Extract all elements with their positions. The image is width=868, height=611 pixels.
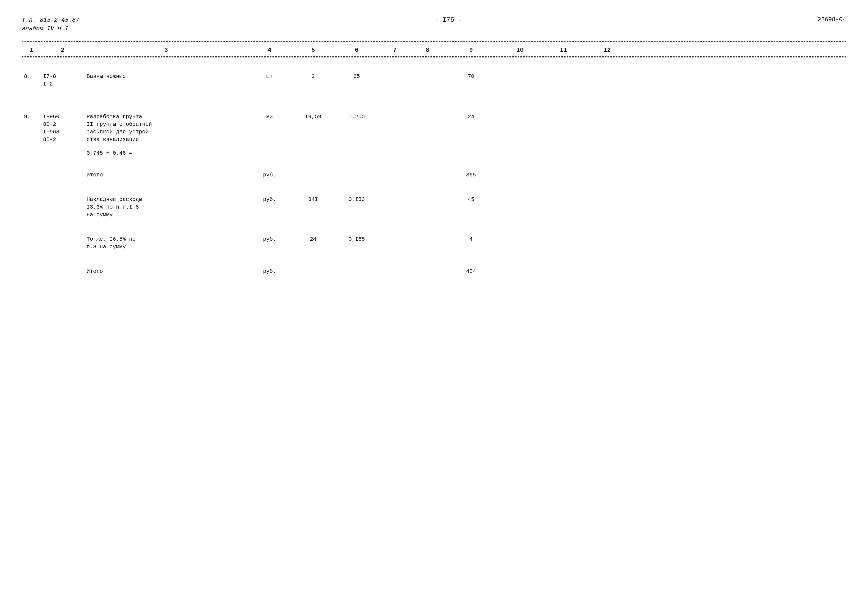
col-header-10: IO [498, 47, 542, 54]
tozhe-unit: руб. [248, 234, 291, 253]
row-code: I-960 80-2 I-968 8I-2 [41, 112, 84, 145]
table-row: 9. I-960 80-2 I-968 8I-2 Разработка грун… [22, 106, 846, 145]
row-col11 [542, 112, 585, 145]
column-headers: I 2 3 4 5 6 7 8 9 IO II I2 [22, 42, 846, 57]
itogo-label-2: Итого [84, 266, 248, 277]
row-col7 [378, 112, 411, 145]
tozhe-total: 4 [444, 234, 498, 253]
formula-text: 0,745 + 0,46 = [84, 148, 248, 159]
itogo-row-1: Итого руб. 365 [22, 167, 846, 191]
formula-row: 0,745 + 0,46 = [22, 145, 846, 167]
col-header-7: 7 [378, 47, 411, 54]
itogo-unit-1: руб. [248, 170, 291, 180]
nakladnie-desc: Накладные расходы I3,3% по п.п.I-8 на су… [84, 194, 248, 220]
itogo-total-1: 365 [444, 170, 498, 180]
row-total: 24 [444, 112, 498, 145]
nakladnie-price: 0,I33 [335, 194, 378, 220]
col-header-9: 9 [444, 47, 498, 54]
page-header: т.п. 813-2-45.87 альбом IV ч.I - I75 - 2… [22, 16, 846, 33]
row-col8 [411, 112, 444, 145]
header-center: - I75 - [434, 16, 462, 24]
row-num: 9. [22, 112, 41, 145]
itogo-unit-2: руб. [248, 266, 291, 277]
row-col10 [498, 71, 542, 90]
nakladnie-unit: руб. [248, 194, 291, 220]
col-header-8: 8 [411, 47, 444, 54]
row-unit: м3 [248, 112, 291, 145]
row-col10 [498, 112, 542, 145]
header-tp: т.п. 813-2-45.87 [22, 16, 79, 25]
itogo-label-1: Итого [84, 170, 248, 180]
col-header-1: I [22, 47, 41, 54]
tozhe-desc: То же, I6,5% по п.8 на сумму [84, 234, 248, 253]
row-total: 70 [444, 71, 498, 90]
row-num: 8. [22, 71, 41, 90]
row-code: I7-8 I-2 [41, 71, 84, 90]
header-album: альбом IV ч.I [22, 25, 79, 33]
tozhe-price: 0,I65 [335, 234, 378, 253]
col-header-4: 4 [248, 47, 291, 54]
row-price: I,205 [335, 112, 378, 145]
table-body: 8. I7-8 I-2 Ванны ножные шт 2 35 70 9. I… [22, 57, 846, 288]
row-price: 35 [335, 71, 378, 90]
col-header-6: 6 [335, 47, 378, 54]
nakladnie-row: Накладные расходы I3,3% по п.п.I-8 на су… [22, 191, 846, 231]
row-qty: I9,59 [291, 112, 335, 145]
row-desc: Ванны ножные [84, 71, 248, 90]
itogo-total-2: 4I4 [444, 266, 498, 277]
row-desc: Разработка грунта II группы с обратной з… [84, 112, 248, 145]
nakladnie-qty: 34I [291, 194, 335, 220]
tozhe-qty: 24 [291, 234, 335, 253]
table-row: 8. I7-8 I-2 Ванны ножные шт 2 35 70 [22, 63, 846, 98]
page-container: т.п. 813-2-45.87 альбом IV ч.I - I75 - 2… [22, 16, 846, 288]
row-col7 [378, 71, 411, 90]
row-col8 [411, 71, 444, 90]
row-col12 [585, 112, 629, 145]
row-unit: шт [248, 71, 291, 90]
row-col11 [542, 71, 585, 90]
col-header-5: 5 [291, 47, 335, 54]
tozhe-row: То же, I6,5% по п.8 на сумму руб. 24 0,I… [22, 231, 846, 263]
header-left: т.п. 813-2-45.87 альбом IV ч.I [22, 16, 79, 33]
row-col12 [585, 71, 629, 90]
col-header-2: 2 [41, 47, 84, 54]
col-header-11: II [542, 47, 585, 54]
nakladnie-total: 45 [444, 194, 498, 220]
itogo-row-2: Итого руб. 4I4 [22, 263, 846, 288]
col-header-3: 3 [84, 47, 248, 54]
header-right: 22698-04 [817, 16, 846, 23]
row-qty: 2 [291, 71, 335, 90]
col-header-12: I2 [585, 47, 629, 54]
